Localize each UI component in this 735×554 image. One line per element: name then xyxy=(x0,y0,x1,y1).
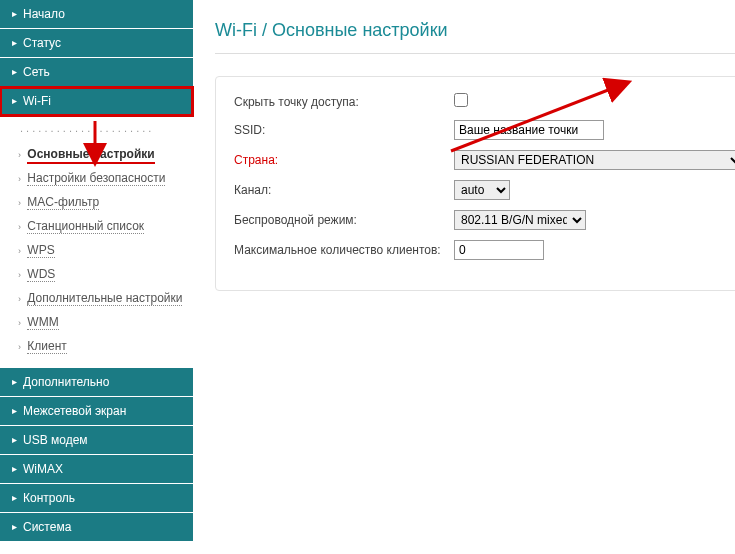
nav-label: Начало xyxy=(23,7,65,21)
nav-label: Контроль xyxy=(23,491,75,505)
chevron-right-icon: › xyxy=(18,150,21,160)
arrow-right-icon: ▸ xyxy=(12,38,17,48)
nav-item-network[interactable]: ▸ Сеть xyxy=(0,58,193,87)
chevron-right-icon: › xyxy=(18,174,21,184)
label-country: Страна: xyxy=(234,153,454,167)
subnav-item-basic-settings[interactable]: › Основные настройки xyxy=(18,142,193,166)
subnav-label: Станционный список xyxy=(27,219,144,234)
settings-panel: Скрыть точку доступа: SSID: Страна: RUSS… xyxy=(215,76,735,291)
nav-label: Межсетевой экран xyxy=(23,404,126,418)
subnav-label: WMM xyxy=(27,315,58,330)
arrow-right-icon: ▸ xyxy=(12,406,17,416)
checkbox-hide-ap[interactable] xyxy=(454,93,468,107)
nav-item-wimax[interactable]: ▸ WiMAX xyxy=(0,455,193,484)
nav-label: Система xyxy=(23,520,71,534)
page-title: Wi-Fi / Основные настройки xyxy=(215,20,735,54)
subnav-label: WPS xyxy=(27,243,54,258)
subnav: . . . . . . . . . . . . . . . . . . . . … xyxy=(0,116,193,368)
subnav-item-wds[interactable]: › WDS xyxy=(18,262,193,286)
arrow-right-icon: ▸ xyxy=(12,67,17,77)
input-ssid[interactable] xyxy=(454,120,604,140)
subnav-label: Клиент xyxy=(27,339,67,354)
subnav-item-wmm[interactable]: › WMM xyxy=(18,310,193,334)
subnav-label: Дополнительные настройки xyxy=(27,291,182,306)
nav-item-home[interactable]: ▸ Начало xyxy=(0,0,193,29)
label-max-clients: Максимальное количество клиентов: xyxy=(234,243,454,257)
input-max-clients[interactable] xyxy=(454,240,544,260)
subnav-label: Основные настройки xyxy=(27,147,154,164)
chevron-right-icon: › xyxy=(18,318,21,328)
select-channel[interactable]: auto xyxy=(454,180,510,200)
chevron-right-icon: › xyxy=(18,342,21,352)
label-channel: Канал: xyxy=(234,183,454,197)
subnav-item-security[interactable]: › Настройки безопасности xyxy=(18,166,193,190)
chevron-right-icon: › xyxy=(18,246,21,256)
label-mode: Беспроводной режим: xyxy=(234,213,454,227)
nav-item-usb-modem[interactable]: ▸ USB модем xyxy=(0,426,193,455)
row-ssid: SSID: xyxy=(234,120,735,140)
sidebar: ▸ Начало ▸ Статус ▸ Сеть ▸ Wi-Fi . . . .… xyxy=(0,0,193,554)
subnav-item-mac-filter[interactable]: › MAC-фильтр xyxy=(18,190,193,214)
nav-label: Дополнительно xyxy=(23,375,109,389)
row-country: Страна: RUSSIAN FEDERATION xyxy=(234,150,735,170)
subnav-item-station-list[interactable]: › Станционный список xyxy=(18,214,193,238)
row-max-clients: Максимальное количество клиентов: xyxy=(234,240,735,260)
arrow-right-icon: ▸ xyxy=(12,377,17,387)
nav-label: USB модем xyxy=(23,433,88,447)
arrow-right-icon: ▸ xyxy=(12,96,17,106)
main-content: Wi-Fi / Основные настройки Скрыть точку … xyxy=(193,0,735,554)
subnav-divider-dots: . . . . . . . . . . . . . . . . . . . . … xyxy=(20,122,193,134)
arrow-right-icon: ▸ xyxy=(12,464,17,474)
subnav-label: Настройки безопасности xyxy=(27,171,165,186)
subnav-label: WDS xyxy=(27,267,55,282)
subnav-item-wps[interactable]: › WPS xyxy=(18,238,193,262)
nav-item-wifi[interactable]: ▸ Wi-Fi xyxy=(0,87,193,116)
nav-label: WiMAX xyxy=(23,462,63,476)
row-channel: Канал: auto xyxy=(234,180,735,200)
row-hide-ap: Скрыть точку доступа: xyxy=(234,93,735,110)
select-country[interactable]: RUSSIAN FEDERATION xyxy=(454,150,735,170)
select-mode[interactable]: 802.11 B/G/N mixed xyxy=(454,210,586,230)
nav-label: Wi-Fi xyxy=(23,94,51,108)
chevron-right-icon: › xyxy=(18,294,21,304)
arrow-right-icon: ▸ xyxy=(12,435,17,445)
nav-label: Сеть xyxy=(23,65,50,79)
arrow-right-icon: ▸ xyxy=(12,522,17,532)
label-hide-ap: Скрыть точку доступа: xyxy=(234,95,454,109)
subnav-item-client[interactable]: › Клиент xyxy=(18,334,193,358)
nav-item-control[interactable]: ▸ Контроль xyxy=(0,484,193,513)
nav-item-system[interactable]: ▸ Система xyxy=(0,513,193,542)
label-ssid: SSID: xyxy=(234,123,454,137)
subnav-item-advanced[interactable]: › Дополнительные настройки xyxy=(18,286,193,310)
nav-item-firewall[interactable]: ▸ Межсетевой экран xyxy=(0,397,193,426)
arrow-right-icon: ▸ xyxy=(12,9,17,19)
nav-item-advanced[interactable]: ▸ Дополнительно xyxy=(0,368,193,397)
subnav-label: MAC-фильтр xyxy=(27,195,99,210)
nav-label: Статус xyxy=(23,36,61,50)
chevron-right-icon: › xyxy=(18,270,21,280)
chevron-right-icon: › xyxy=(18,222,21,232)
row-mode: Беспроводной режим: 802.11 B/G/N mixed xyxy=(234,210,735,230)
nav-item-status[interactable]: ▸ Статус xyxy=(0,29,193,58)
arrow-right-icon: ▸ xyxy=(12,493,17,503)
chevron-right-icon: › xyxy=(18,198,21,208)
